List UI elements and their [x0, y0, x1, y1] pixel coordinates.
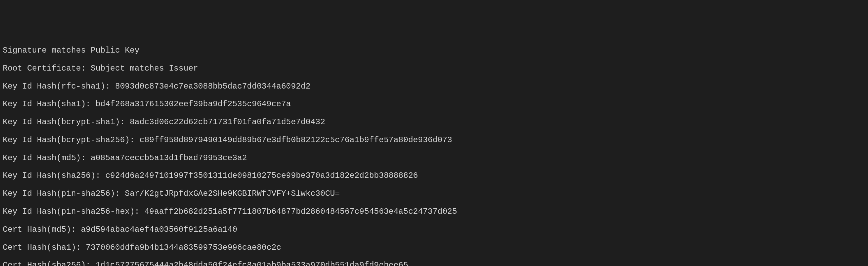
output-line: Key Id Hash(md5): a085aa7ceccb5a13d1fbad… — [3, 154, 865, 163]
output-line: Key Id Hash(bcrypt-sha1): 8adc3d06c22d62… — [3, 118, 865, 127]
output-line: Cert Hash(sha256): 1d1c57275675444a2b48d… — [3, 261, 865, 266]
output-line: Key Id Hash(pin-sha256-hex): 49aaff2b682… — [3, 207, 865, 216]
output-line: Key Id Hash(pin-sha256): Sar/K2gtJRpfdxG… — [3, 189, 865, 198]
output-line: Key Id Hash(sha256): c924d6a2497101997f3… — [3, 171, 865, 180]
output-line: Cert Hash(sha1): 7370060ddfa9b4b1344a835… — [3, 243, 865, 252]
output-line: Key Id Hash(bcrypt-sha256): c89ff958d897… — [3, 136, 865, 145]
output-line: Key Id Hash(sha1): bd4f268a317615302eef3… — [3, 100, 865, 109]
terminal-output: Signature matches Public Key Root Certif… — [3, 37, 865, 266]
output-line: Root Certificate: Subject matches Issuer — [3, 64, 865, 73]
output-line: Key Id Hash(rfc-sha1): 8093d0c873e4c7ea3… — [3, 82, 865, 91]
output-line: Cert Hash(md5): a9d594abac4aef4a03560f91… — [3, 225, 865, 234]
output-line: Signature matches Public Key — [3, 46, 865, 55]
